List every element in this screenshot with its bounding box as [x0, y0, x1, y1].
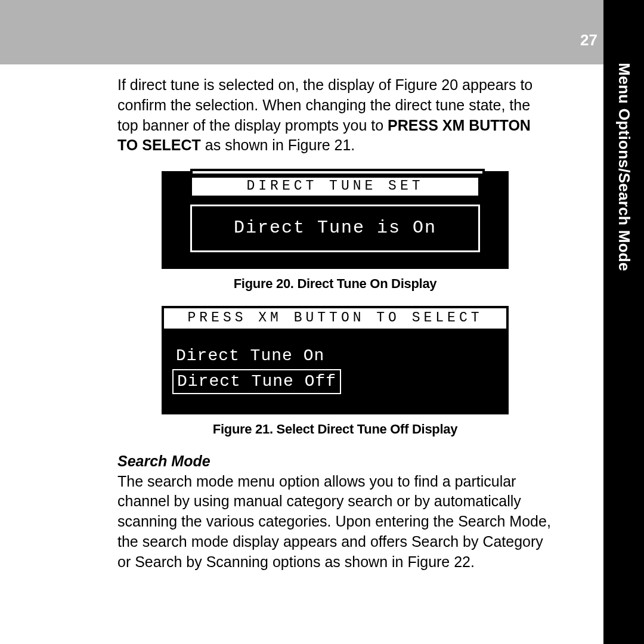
section-heading-search-mode: Search Mode [117, 451, 553, 472]
side-tab-label: Menu Options/Search Mode [615, 63, 633, 271]
paragraph-1: If direct tune is selected on, the displ… [117, 75, 553, 156]
para1-post: as shown in Figure 21. [201, 137, 355, 153]
lcd1-body-frame: Direct Tune is On [190, 205, 480, 253]
figure-21: PRESS XM BUTTON TO SELECT Direct Tune On… [117, 306, 553, 438]
header-bar [0, 0, 603, 64]
figure-21-caption: Figure 21. Select Direct Tune Off Displa… [117, 420, 553, 438]
lcd-display-fig21: PRESS XM BUTTON TO SELECT Direct Tune On… [162, 306, 509, 414]
lcd1-banner: DIRECT TUNE SET [190, 176, 480, 197]
lcd2-option-on: Direct Tune On [172, 345, 328, 367]
content-area: If direct tune is selected on, the displ… [117, 75, 553, 572]
figure-20: DIRECT TUNE SET Direct Tune is On Figure… [117, 171, 553, 293]
lcd2-option-off: Direct Tune Off [172, 369, 341, 394]
lcd2-banner: PRESS XM BUTTON TO SELECT [164, 308, 506, 330]
lcd-display-fig20: DIRECT TUNE SET Direct Tune is On [162, 171, 509, 269]
lcd2-body: Direct Tune On Direct Tune Off [164, 330, 506, 413]
paragraph-2: The search mode menu option allows you t… [117, 472, 553, 572]
page: 27 Menu Options/Search Mode If direct tu… [0, 0, 644, 644]
lcd1-body-text: Direct Tune is On [192, 216, 478, 240]
side-tab: Menu Options/Search Mode [603, 0, 644, 644]
figure-20-caption: Figure 20. Direct Tune On Display [117, 275, 553, 293]
page-number: 27 [580, 31, 597, 49]
lcd1-top-tab [190, 169, 485, 174]
